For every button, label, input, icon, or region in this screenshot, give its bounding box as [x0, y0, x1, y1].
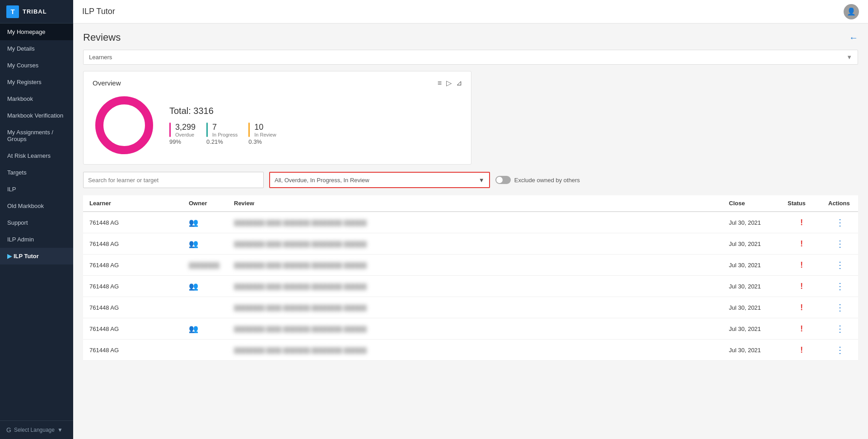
owner-text: ████████ [189, 262, 219, 269]
logo-name: TRIBAL [23, 8, 47, 15]
sidebar-item-label: My Homepage [7, 28, 46, 35]
overdue-label: Overdue [175, 132, 196, 137]
sidebar-footer[interactable]: G Select Language ▼ [0, 420, 73, 439]
cell-owner [182, 340, 228, 361]
review-text: ████████ ████ ███████ ████████ ██████ [234, 241, 367, 247]
cell-close: Jul 30, 2021 [723, 297, 781, 318]
cell-status: ! [781, 297, 822, 318]
sidebar-item-markbook-verification[interactable]: Markbook Verification [0, 107, 73, 124]
cell-actions[interactable]: ⋮ [822, 318, 858, 340]
content-area: Reviews ← Learners ▼ Overview ≡ ▷ ⊿ [73, 24, 868, 439]
sidebar-logo: T TRIBAL [0, 0, 73, 24]
cell-status: ! [781, 276, 822, 297]
cell-actions[interactable]: ⋮ [822, 212, 858, 233]
reviews-table: Learner Owner Review Close Status Action… [83, 195, 858, 361]
cell-owner: ████████ [182, 255, 228, 276]
overdue-value: 3,299 [175, 123, 196, 132]
actions-menu-icon[interactable]: ⋮ [828, 345, 852, 355]
sidebar-item-label: My Courses [7, 62, 38, 69]
learners-dropdown[interactable]: Learners ▼ [83, 50, 858, 65]
sidebar-item-my-registers[interactable]: My Registers [0, 74, 73, 90]
col-header-status: Status [781, 195, 822, 212]
sidebar-item-ilp-tutor[interactable]: ▶ ILP Tutor [0, 248, 73, 264]
actions-menu-icon[interactable]: ⋮ [828, 302, 852, 313]
cell-learner: 761448 AG [83, 255, 182, 276]
sidebar-item-markbook[interactable]: Markbook [0, 90, 73, 107]
status-filter-dropdown[interactable]: All, Overdue, In Progress, In Review ▼ [269, 172, 490, 188]
stats-area: Total: 3316 3,299 Overdue 99% [169, 106, 276, 145]
stats-total: Total: 3316 [169, 106, 276, 116]
sidebar-item-my-homepage[interactable]: My Homepage [0, 24, 73, 40]
actions-menu-icon[interactable]: ⋮ [828, 217, 852, 228]
cell-status: ! [781, 212, 822, 233]
avatar[interactable]: 👤 [844, 4, 859, 19]
toggle-switch[interactable] [495, 176, 511, 184]
table-row: 761448 AG ████████ ████ ███████ ████████… [83, 297, 858, 318]
page-header: Reviews ← [83, 32, 858, 43]
cell-owner: 👥 [182, 212, 228, 233]
cell-close: Jul 30, 2021 [723, 255, 781, 276]
cell-status: ! [781, 318, 822, 340]
cell-actions[interactable]: ⋮ [822, 340, 858, 361]
actions-menu-icon[interactable]: ⋮ [828, 238, 852, 249]
inprogress-pct: 0.21% [206, 138, 238, 145]
sidebar-item-my-courses[interactable]: My Courses [0, 57, 73, 74]
status-overdue-icon: ! [800, 324, 803, 333]
sidebar-item-support[interactable]: Support [0, 214, 73, 231]
cell-owner: 👥 [182, 276, 228, 297]
chevron-down-icon: ▼ [479, 177, 485, 184]
cell-learner: 761448 AG [83, 233, 182, 255]
sidebar-item-label: ILP Admin [7, 236, 34, 243]
topbar: ILP Tutor 👤 [73, 0, 868, 24]
inreview-color-bar [248, 123, 250, 137]
sidebar-item-ilp[interactable]: ILP [0, 181, 73, 198]
sidebar-item-label: Old Markbook [7, 203, 44, 209]
inprogress-label: In Progress [212, 132, 238, 137]
col-header-owner: Owner [182, 195, 228, 212]
status-filter-value: All, Overdue, In Progress, In Review [275, 177, 369, 184]
actions-menu-icon[interactable]: ⋮ [828, 323, 852, 334]
select-language-label: Select Language [14, 427, 55, 433]
review-text: ████████ ████ ███████ ████████ ██████ [234, 326, 367, 332]
cell-actions[interactable]: ⋮ [822, 255, 858, 276]
app-title: ILP Tutor [82, 7, 115, 16]
review-text: ████████ ████ ███████ ████████ ██████ [234, 305, 367, 311]
table-row: 761448 AG ████████ ████████ ████ ███████… [83, 255, 858, 276]
sidebar-item-label: My Details [7, 45, 35, 52]
sidebar-item-label: Markbook [7, 95, 33, 102]
stat-inreview: 10 In Review 0.3% [248, 123, 276, 145]
sidebar-item-label: My Registers [7, 79, 42, 85]
cell-review: ████████ ████ ███████ ████████ ██████ [228, 212, 723, 233]
actions-menu-icon[interactable]: ⋮ [828, 281, 852, 292]
review-text: ████████ ████ ███████ ████████ ██████ [234, 347, 367, 354]
sidebar-item-ilp-admin[interactable]: ILP Admin [0, 231, 73, 248]
cell-status: ! [781, 233, 822, 255]
stats-row: 3,299 Overdue 99% 7 [169, 123, 276, 145]
list-icon[interactable]: ≡ [438, 79, 442, 87]
cell-close: Jul 30, 2021 [723, 233, 781, 255]
table-row: 761448 AG 👥 ████████ ████ ███████ ██████… [83, 318, 858, 340]
search-input[interactable] [83, 172, 264, 188]
status-overdue-icon: ! [800, 260, 803, 269]
actions-menu-icon[interactable]: ⋮ [828, 260, 852, 270]
overview-header: Overview ≡ ▷ ⊿ [93, 79, 462, 87]
sidebar-item-targets[interactable]: Targets [0, 164, 73, 181]
sidebar-item-my-assignments-groups[interactable]: My Assignments / Groups [0, 124, 73, 147]
cell-actions[interactable]: ⋮ [822, 297, 858, 318]
sidebar-item-label: At Risk Learners [7, 152, 51, 159]
back-button[interactable]: ← [849, 33, 858, 43]
table-body: 761448 AG 👥 ████████ ████ ███████ ██████… [83, 212, 858, 361]
sidebar-item-old-markbook[interactable]: Old Markbook [0, 198, 73, 214]
exclude-owned-toggle[interactable]: Exclude owned by others [495, 176, 580, 184]
table-row: 761448 AG 👥 ████████ ████ ███████ ██████… [83, 276, 858, 297]
cell-actions[interactable]: ⋮ [822, 233, 858, 255]
sidebar-item-label: ILP [7, 186, 16, 193]
toggle-view-icon[interactable]: ▷ [446, 79, 452, 87]
sidebar-item-at-risk-learners[interactable]: At Risk Learners [0, 147, 73, 164]
cell-review: ████████ ████ ███████ ████████ ██████ [228, 297, 723, 318]
cell-actions[interactable]: ⋮ [822, 276, 858, 297]
filter-icon[interactable]: ⊿ [456, 79, 462, 87]
sidebar-item-my-details[interactable]: My Details [0, 40, 73, 57]
owner-group-icon: 👥 [189, 325, 198, 333]
review-text: ████████ ████ ███████ ████████ ██████ [234, 220, 367, 226]
